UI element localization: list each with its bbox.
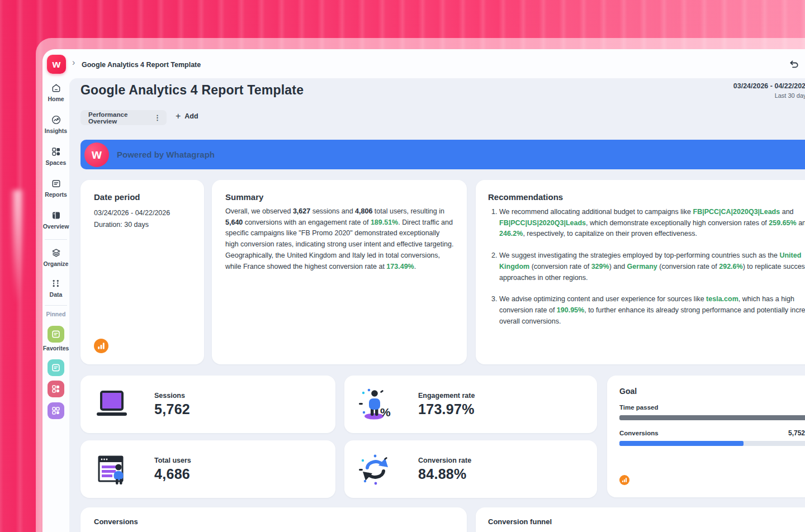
conversions-fill (619, 441, 744, 446)
goal-conversions-value: 5,752 (788, 429, 805, 437)
sidebar-label: Spaces (42, 159, 69, 166)
reports-icon (51, 178, 61, 189)
summary-text: Overall, we observed 3,627 sessions and … (225, 206, 454, 272)
kebab-menu-icon[interactable]: ⋮ (154, 113, 161, 122)
overview-icon (51, 210, 61, 221)
sidebar-divider (45, 239, 67, 240)
metric-value: 5,762 (154, 401, 190, 417)
conversions-bar (619, 441, 805, 446)
app-window: w › Google Analytics 4 Report Template G… (42, 49, 805, 532)
conversions-card: Conversions (80, 507, 467, 532)
insights-icon (51, 115, 61, 125)
goal-card: Goal Time passed Conversions 5,752 (607, 376, 805, 497)
recommendation-item: We advise optimizing content and user ex… (499, 294, 805, 327)
laptop-icon (94, 388, 130, 421)
favorite-report-teal[interactable] (48, 359, 64, 376)
metric-value: 4,686 (154, 466, 191, 482)
date-range[interactable]: 03/24/2026 - 04/22/2026 Last 30 days (657, 82, 805, 99)
total-users-card: Total users 4,686 (80, 440, 335, 498)
undo-icon[interactable] (788, 59, 799, 70)
refresh-arrows-icon (358, 453, 394, 486)
browser-user-icon (94, 453, 130, 486)
metric-value: 173.97% (418, 401, 475, 417)
sidebar-label: Home (42, 96, 69, 102)
sidebar-item-data[interactable]: Data (42, 278, 69, 298)
report-doc-icon (51, 329, 61, 339)
time-passed-fill (619, 415, 805, 420)
spaces-icon (51, 146, 61, 157)
conversion-funnel-card: Conversion funnel (476, 507, 805, 532)
grid-icon (51, 406, 61, 416)
google-analytics-icon (619, 475, 629, 485)
summary-title: Summary (225, 192, 453, 202)
sidebar-label: Insights (42, 127, 69, 134)
favorite-board-pink[interactable] (48, 381, 64, 397)
goal-row-label: Time passed (619, 404, 805, 411)
metric-label: Total users (154, 457, 191, 464)
sidebar-item-home[interactable]: Home (42, 83, 69, 102)
favorite-board-purple[interactable] (48, 402, 64, 419)
breadcrumb[interactable]: Google Analytics 4 Report Template (82, 61, 201, 69)
powered-by-banner: w Powered by Whatagraph (80, 140, 805, 169)
conversions-card-title: Conversions (94, 517, 453, 526)
whatagraph-logo[interactable]: w (47, 55, 66, 74)
date-range-preset: Last 30 days (657, 92, 805, 99)
metric-label: Sessions (154, 392, 190, 400)
sidebar-label: Overview (42, 223, 69, 230)
recommendations-card: Recommendations We recommend allocating … (476, 180, 805, 364)
tab-performance-overview[interactable]: Performance Overview ⋮ (80, 110, 167, 125)
sidebar-item-spaces[interactable]: Spaces (42, 146, 69, 166)
pinned-report-green[interactable] (48, 326, 64, 343)
recommendations-title: Recommendations (488, 192, 805, 202)
recommendation-item: We suggest investigating the strategies … (499, 250, 805, 283)
metric-label: Engagement rate (418, 392, 475, 400)
engagement-rate-card: % Engagement rate 173.97% (344, 376, 597, 433)
powered-by-text: Powered by Whatagraph (117, 150, 215, 159)
sessions-card: Sessions 5,762 (80, 376, 335, 433)
breadcrumb-chevron-icon: › (72, 58, 75, 68)
person-percent-icon: % (358, 388, 394, 421)
sidebar-label: Organize (42, 260, 69, 267)
google-analytics-icon (94, 339, 108, 353)
plus-icon: + (176, 112, 181, 121)
recommendation-item: We recommend allocating additional budge… (499, 207, 805, 240)
home-icon (51, 83, 61, 93)
metric-label: Conversion rate (418, 457, 471, 464)
sidebar-label: Data (42, 291, 69, 298)
sidebar-item-organize[interactable]: Organize (42, 248, 69, 267)
time-passed-bar (619, 415, 805, 420)
date-range-value: 03/24/2026 - 04/22/2026 (657, 82, 805, 90)
conversion-funnel-title: Conversion funnel (488, 517, 805, 526)
data-icon (51, 278, 61, 289)
app-background: w › Google Analytics 4 Report Template G… (0, 0, 805, 532)
add-tab-button[interactable]: + Add (176, 112, 198, 121)
sidebar-item-overview[interactable]: Overview (42, 210, 69, 230)
background-streak (10, 190, 25, 307)
report-doc-icon (51, 363, 61, 373)
date-period-title: Date period (94, 192, 191, 202)
goal-title: Goal (619, 387, 805, 396)
date-period-duration: Duration: 30 days (94, 221, 191, 229)
whatagraph-banner-logo: w (84, 142, 109, 167)
sidebar-divider (45, 305, 67, 306)
metric-value: 84.88% (418, 466, 471, 482)
recommendations-list: We recommend allocating additional budge… (488, 207, 805, 327)
add-label: Add (184, 112, 198, 120)
sidebar-label: Reports (42, 191, 69, 198)
goal-row-label: Conversions (619, 430, 805, 436)
pinned-section-label: Pinned (42, 311, 69, 317)
sidebar-item-insights[interactable]: Insights (42, 115, 69, 134)
sidebar-item-reports[interactable]: Reports (42, 178, 69, 198)
page-title: Google Analytics 4 Report Template (80, 83, 304, 98)
favorites-section-label: Favorites (42, 345, 69, 352)
conversion-rate-card: Conversion rate 84.88% (344, 440, 597, 498)
grid-icon (51, 384, 61, 394)
svg-text:%: % (380, 406, 391, 419)
date-period-range: 03/24/2026 - 04/22/2026 (94, 209, 191, 217)
tab-label: Performance Overview (88, 111, 154, 125)
layers-icon (51, 248, 61, 258)
date-period-card: Date period 03/24/2026 - 04/22/2026 Dura… (80, 180, 204, 364)
summary-card: Summary Overall, we observed 3,627 sessi… (212, 180, 467, 364)
